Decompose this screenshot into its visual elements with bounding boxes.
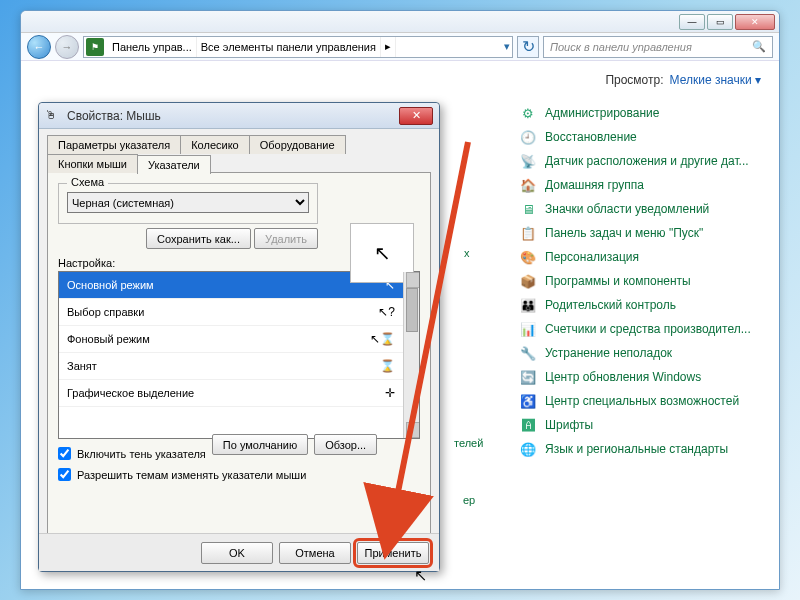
tab-buttons[interactable]: Кнопки мыши [47, 154, 138, 173]
back-button[interactable]: ← [27, 35, 51, 59]
cp-item-icon: 📦 [519, 272, 537, 290]
breadcrumb-root[interactable]: Панель управ... [108, 37, 197, 57]
shadow-label: Включить тень указателя [77, 448, 206, 460]
cancel-button[interactable]: Отмена [279, 542, 351, 564]
search-icon[interactable]: 🔍 [752, 40, 766, 53]
shadow-checkbox[interactable] [58, 447, 71, 460]
cp-item[interactable]: 🖥Значки области уведомлений [519, 197, 761, 221]
cp-item-label: Персонализация [545, 250, 639, 264]
cursor-glyph: ⌛ [380, 359, 395, 373]
tab-pointer-options[interactable]: Параметры указателя [47, 135, 181, 154]
stray-text: х [464, 247, 470, 259]
cp-item-label: Шрифты [545, 418, 593, 432]
save-as-button[interactable]: Сохранить как... [146, 228, 251, 249]
cursor-glyph: ↖⌛ [370, 332, 395, 346]
mouse-icon: 🖱 [45, 108, 61, 124]
cp-item-label: Домашняя группа [545, 178, 644, 192]
cursor-list-item[interactable]: Занят⌛ [59, 353, 403, 380]
cp-item[interactable]: 🕘Восстановление [519, 125, 761, 149]
cp-item-label: Счетчики и средства производител... [545, 322, 751, 336]
cp-item-icon: 🏠 [519, 176, 537, 194]
themes-checkbox[interactable] [58, 468, 71, 481]
cursor-list[interactable]: Основной режим↖Выбор справки↖?Фоновый ре… [58, 271, 420, 439]
cp-item[interactable]: 📡Датчик расположения и другие дат... [519, 149, 761, 173]
cp-item-label: Программы и компоненты [545, 274, 691, 288]
ok-button[interactable]: OK [201, 542, 273, 564]
cursor-glyph: ✛ [385, 386, 395, 400]
dialog-close-button[interactable]: ✕ [399, 107, 433, 125]
close-button[interactable]: ✕ [735, 14, 775, 30]
scheme-select[interactable]: Черная (системная) [67, 192, 309, 213]
cp-item[interactable]: ⚙Администрирование [519, 101, 761, 125]
apply-button[interactable]: Применить [357, 542, 429, 564]
tab-hardware[interactable]: Оборудование [249, 135, 346, 154]
control-panel-list: Просмотр: Мелкие значки ▾ ⚙Администриров… [501, 61, 779, 589]
search-input[interactable]: Поиск в панели управления 🔍 [543, 36, 773, 58]
cp-item-label: Устранение неполадок [545, 346, 672, 360]
search-placeholder: Поиск в панели управления [550, 41, 692, 53]
dialog-buttons: OK Отмена Применить [39, 533, 439, 571]
cursor-list-item[interactable]: Графическое выделение✛ [59, 380, 403, 407]
stray-text: ер [463, 494, 475, 506]
cp-item-label: Центр обновления Windows [545, 370, 701, 384]
breadcrumb-all[interactable]: Все элементы панели управления [197, 37, 381, 57]
mouse-properties-dialog: 🖱 Свойства: Мышь ✕ Параметры указателя К… [38, 102, 440, 572]
cp-item[interactable]: ♿Центр специальных возможностей [519, 389, 761, 413]
stray-text: телей [454, 437, 483, 449]
cp-item-icon: 📋 [519, 224, 537, 242]
cp-item[interactable]: 📊Счетчики и средства производител... [519, 317, 761, 341]
cp-item-icon: 👪 [519, 296, 537, 314]
maximize-button[interactable]: ▭ [707, 14, 733, 30]
cp-item[interactable]: 📋Панель задач и меню "Пуск" [519, 221, 761, 245]
cp-item[interactable]: 🔄Центр обновления Windows [519, 365, 761, 389]
themes-label: Разрешить темам изменять указатели мыши [77, 469, 306, 481]
cp-item-label: Родительский контроль [545, 298, 676, 312]
cursor-list-item[interactable]: Фоновый режим↖⌛ [59, 326, 403, 353]
cp-item-icon: ♿ [519, 392, 537, 410]
cursor-item-label: Выбор справки [67, 306, 144, 318]
defaults-button[interactable]: По умолчанию [212, 434, 308, 455]
dialog-titlebar: 🖱 Свойства: Мышь ✕ [39, 103, 439, 129]
refresh-button[interactable]: ↻ [517, 36, 539, 58]
cursor-item-label: Графическое выделение [67, 387, 194, 399]
cp-item-label: Язык и региональные стандарты [545, 442, 728, 456]
cursor-glyph: ↖? [378, 305, 395, 319]
cp-item[interactable]: 📦Программы и компоненты [519, 269, 761, 293]
cursor-item-label: Занят [67, 360, 97, 372]
cursor-list-item[interactable]: Выбор справки↖? [59, 299, 403, 326]
cp-item[interactable]: 🎨Персонализация [519, 245, 761, 269]
cp-item[interactable]: 🅰Шрифты [519, 413, 761, 437]
cp-item[interactable]: 👪Родительский контроль [519, 293, 761, 317]
cp-item-icon: 🅰 [519, 416, 537, 434]
view-label: Просмотр: [605, 73, 663, 87]
control-panel-icon: ⚑ [86, 38, 104, 56]
cp-item-label: Центр специальных возможностей [545, 394, 739, 408]
view-dropdown[interactable]: Мелкие значки ▾ [670, 73, 761, 87]
address-bar[interactable]: ⚑ Панель управ... Все элементы панели уп… [83, 36, 513, 58]
cp-item-label: Администрирование [545, 106, 659, 120]
cursor-item-label: Фоновый режим [67, 333, 150, 345]
cp-item-icon: 🕘 [519, 128, 537, 146]
navbar: ← → ⚑ Панель управ... Все элементы панел… [21, 33, 779, 61]
scheme-label: Схема [67, 176, 108, 188]
cp-item-icon: 📊 [519, 320, 537, 338]
dropdown-icon[interactable]: ▾ [504, 40, 510, 53]
tab-wheel[interactable]: Колесико [180, 135, 250, 154]
cp-item[interactable]: 🔧Устранение неполадок [519, 341, 761, 365]
tab-pointers[interactable]: Указатели [137, 155, 211, 174]
delete-button: Удалить [254, 228, 318, 249]
browse-button[interactable]: Обзор... [314, 434, 377, 455]
forward-button[interactable]: → [55, 35, 79, 59]
cp-item[interactable]: 🌐Язык и региональные стандарты [519, 437, 761, 461]
cp-item[interactable]: 🏠Домашняя группа [519, 173, 761, 197]
breadcrumb-chevron[interactable]: ▸ [381, 37, 396, 57]
cp-item-label: Восстановление [545, 130, 637, 144]
cp-item-icon: 🔧 [519, 344, 537, 362]
cp-item-label: Панель задач и меню "Пуск" [545, 226, 703, 240]
cp-item-icon: 🖥 [519, 200, 537, 218]
cp-item-label: Датчик расположения и другие дат... [545, 154, 749, 168]
scrollbar[interactable] [403, 272, 419, 438]
pointers-panel: Схема Черная (системная) Сохранить как..… [47, 172, 431, 538]
minimize-button[interactable]: — [679, 14, 705, 30]
cp-item-icon: 🔄 [519, 368, 537, 386]
